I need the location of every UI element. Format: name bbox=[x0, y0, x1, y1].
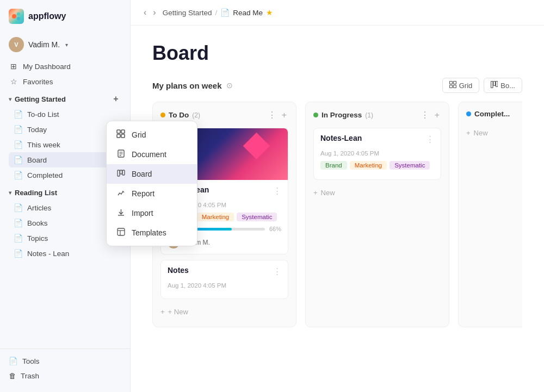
svg-rect-3 bbox=[117, 130, 120, 133]
board-header-left: My plans on week ⊙ bbox=[152, 81, 233, 90]
status-dot-complete bbox=[466, 111, 471, 116]
card-date: Aug 1, 2020 4:05 PM bbox=[320, 150, 434, 157]
avatar: V bbox=[9, 37, 24, 52]
sidebar-item-tools[interactable]: 📄 Tools bbox=[9, 353, 121, 369]
dropdown-item-grid[interactable]: Grid bbox=[107, 125, 197, 145]
nav-forward-button[interactable]: › bbox=[151, 7, 158, 18]
app-name: appflowy bbox=[28, 11, 66, 21]
card-notes-lean-inprogress[interactable]: Notes-Lean ⋮ Aug 1, 2020 4:05 PM Brand M… bbox=[313, 128, 441, 180]
sidebar-item-label: Board bbox=[27, 156, 47, 164]
add-item-dropdown: Grid Document Board Report bbox=[106, 121, 197, 246]
breadcrumb: Getting Started / 📄 Read Me ★ bbox=[163, 8, 273, 17]
column-inprogress-header: In Progress (1) ⋮ + bbox=[313, 110, 441, 120]
sidebar-item-favorites[interactable]: ☆ Favorites bbox=[4, 74, 126, 89]
column-count: (1) bbox=[365, 111, 373, 119]
user-profile[interactable]: V Vadim M. ▾ bbox=[0, 33, 130, 59]
dropdown-item-templates[interactable]: Templates bbox=[107, 223, 197, 242]
board-view-button[interactable]: Bo... bbox=[484, 78, 522, 93]
column-title: Complet... bbox=[474, 110, 510, 118]
add-card-todo-button[interactable]: + + New bbox=[160, 304, 288, 319]
board-header: My plans on week ⊙ Grid bbox=[152, 78, 522, 93]
sidebar-item-notes-lean[interactable]: 📄 Notes - Lean bbox=[9, 246, 126, 261]
board-icon bbox=[115, 169, 126, 179]
user-name: Vadim M. bbox=[28, 40, 60, 49]
user-dropdown-arrow: ▾ bbox=[65, 42, 68, 48]
sidebar-item-label: Completed bbox=[27, 171, 63, 179]
nav-back-button[interactable]: ‹ bbox=[141, 7, 149, 18]
topbar-nav: ‹ › bbox=[141, 7, 158, 18]
dropdown-item-import[interactable]: Import bbox=[107, 203, 197, 223]
section-label: Reading List bbox=[15, 189, 57, 197]
section-getting-started[interactable]: ▾ Getting Started + bbox=[4, 89, 126, 107]
plus-icon: + bbox=[466, 129, 471, 137]
doc-icon: 📄 bbox=[9, 357, 18, 365]
sidebar-item-trash[interactable]: 🗑 Trash bbox=[9, 369, 121, 383]
logo-icon bbox=[9, 9, 24, 24]
sidebar-item-label: Favorites bbox=[23, 78, 53, 86]
doc-icon: 📄 bbox=[13, 234, 23, 242]
card-menu-button[interactable]: ⋮ bbox=[426, 134, 434, 144]
plus-icon: + bbox=[160, 308, 165, 316]
favorite-star-icon[interactable]: ★ bbox=[266, 8, 273, 17]
column-menu-button[interactable]: ⋮ bbox=[419, 110, 431, 120]
dropdown-item-label: Grid bbox=[132, 130, 146, 139]
board-columns: To Do (2) ⋮ + Notes-Lean ⋮ bbox=[152, 102, 522, 333]
svg-rect-22 bbox=[491, 82, 493, 88]
sidebar-item-label: Trash bbox=[21, 372, 39, 380]
tag-systematic: Systematic bbox=[237, 213, 277, 221]
card-notes-todo[interactable]: Notes ⋮ Aug 1, 2020 4:05 PM bbox=[160, 260, 288, 299]
card-image-diamond bbox=[243, 133, 270, 159]
svg-rect-21 bbox=[453, 85, 456, 88]
svg-point-1 bbox=[17, 13, 20, 16]
doc-icon: 📄 bbox=[13, 110, 23, 119]
sidebar-item-label: Books bbox=[27, 219, 48, 227]
add-card-inprogress-button[interactable]: + New bbox=[313, 185, 441, 200]
dropdown-item-document[interactable]: Document bbox=[107, 145, 197, 164]
plus-icon: + bbox=[313, 189, 318, 197]
grid-view-button[interactable]: Grid bbox=[442, 78, 480, 93]
column-menu-button[interactable]: ⋮ bbox=[266, 110, 278, 120]
dropdown-item-report[interactable]: Report bbox=[107, 184, 197, 203]
sidebar-bottom: 📄 Tools 🗑 Trash bbox=[0, 349, 130, 392]
svg-rect-13 bbox=[122, 170, 125, 175]
sidebar-item-label: This week bbox=[27, 141, 60, 149]
sidebar-item-label: Today bbox=[27, 126, 47, 134]
card-menu-button[interactable]: ⋮ bbox=[273, 266, 281, 276]
svg-rect-20 bbox=[449, 85, 452, 88]
add-new-label: New bbox=[474, 129, 488, 137]
column-todo-header: To Do (2) ⋮ + bbox=[160, 110, 288, 120]
document-icon bbox=[115, 150, 126, 159]
column-add-button[interactable]: + bbox=[280, 110, 288, 120]
card-menu-button[interactable]: ⋮ bbox=[273, 186, 281, 196]
board-view-label: Bo... bbox=[500, 82, 515, 90]
doc-icon: 📄 bbox=[13, 249, 23, 258]
column-title: To Do bbox=[169, 111, 189, 119]
svg-point-2 bbox=[17, 17, 20, 20]
svg-rect-11 bbox=[118, 170, 120, 176]
sidebar-item-dashboard[interactable]: ⊞ My Dashboard bbox=[4, 59, 126, 74]
view-settings-icon[interactable]: ⊙ bbox=[226, 81, 233, 90]
page-type-icon: 📄 bbox=[220, 8, 230, 17]
report-icon bbox=[115, 189, 126, 198]
column-add-button[interactable]: + bbox=[433, 110, 441, 120]
add-card-completed-button[interactable]: + New bbox=[466, 126, 522, 140]
column-count: (2) bbox=[192, 111, 200, 119]
sidebar-item-label: Tools bbox=[22, 357, 40, 365]
sidebar-item-todo[interactable]: 📄 To-do List bbox=[9, 107, 126, 122]
tag-marketing: Marketing bbox=[197, 213, 234, 221]
svg-rect-12 bbox=[120, 170, 122, 174]
svg-rect-24 bbox=[496, 82, 498, 87]
column-actions: ⋮ + bbox=[266, 110, 288, 120]
breadcrumb-parent[interactable]: Getting Started bbox=[163, 9, 212, 17]
card-body: Aug 1, 2020 4:05 PM bbox=[161, 277, 288, 298]
svg-point-0 bbox=[12, 14, 16, 18]
tag-marketing: Marketing bbox=[350, 161, 387, 170]
dropdown-item-board[interactable]: Board bbox=[107, 164, 197, 184]
add-item-button[interactable]: + bbox=[110, 94, 121, 104]
sidebar-item-label: Topics bbox=[27, 234, 48, 242]
svg-rect-18 bbox=[449, 82, 452, 84]
tag-systematic: Systematic bbox=[390, 161, 430, 170]
column-completed: Complet... + New bbox=[458, 102, 522, 327]
sidebar-item-label: Notes - Lean bbox=[27, 250, 69, 258]
doc-icon: 📄 bbox=[13, 203, 23, 212]
